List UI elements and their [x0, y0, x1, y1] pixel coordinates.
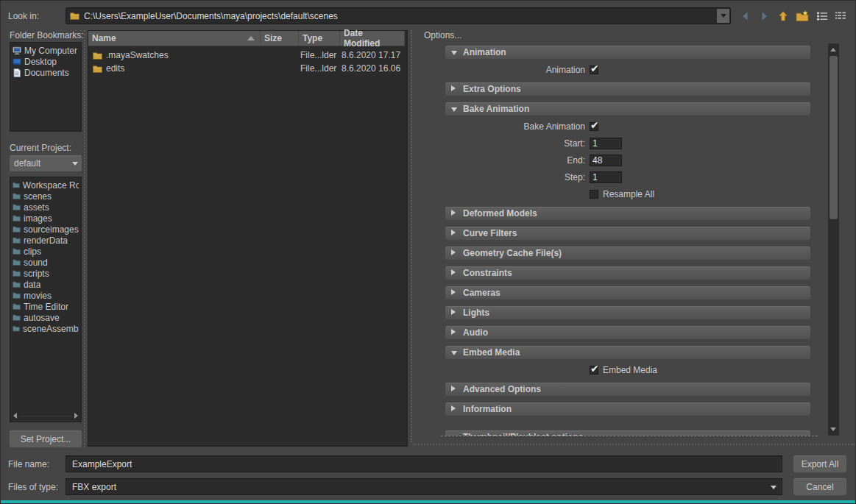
project-folder-item[interactable]: clips: [10, 246, 81, 257]
section-audio[interactable]: Audio: [445, 326, 810, 339]
bake-animation-checkbox[interactable]: [590, 122, 598, 131]
details-view-icon[interactable]: [832, 9, 849, 24]
column-header-type[interactable]: Type: [299, 31, 340, 46]
file-list-panel: Name Size Type Date Modified .mayaSwatch…: [88, 30, 408, 447]
up-one-level-icon[interactable]: [775, 9, 791, 24]
project-folder-item[interactable]: scenes: [10, 191, 81, 202]
scroll-down-icon[interactable]: [830, 427, 836, 431]
section-geometry-cache[interactable]: Geometry Cache File(s): [445, 246, 810, 260]
bookmark-label: My Computer: [24, 46, 77, 56]
section-thumbnail-playblast[interactable]: Thumbnail/Playblast options: [445, 430, 810, 436]
project-folder-item[interactable]: scripts: [10, 268, 81, 279]
animation-checkbox[interactable]: [590, 65, 598, 74]
folder-icon: [70, 12, 79, 20]
set-project-button[interactable]: Set Project...: [10, 430, 82, 447]
export-all-button[interactable]: Export All: [793, 455, 846, 472]
project-folder-item[interactable]: Workspace Roo: [10, 180, 81, 191]
column-header-size[interactable]: Size: [261, 31, 299, 46]
column-header-name[interactable]: Name: [88, 31, 261, 46]
scrollbar-track[interactable]: [19, 416, 72, 416]
bookmark-label: Documents: [24, 68, 69, 78]
section-information[interactable]: Information: [445, 402, 810, 416]
list-view-icon[interactable]: [814, 9, 830, 24]
section-constraints[interactable]: Constraints: [445, 266, 810, 280]
section-title: Lights: [463, 308, 489, 318]
files-of-type-dropdown[interactable]: FBX export: [66, 478, 782, 495]
project-folder-item[interactable]: images: [10, 213, 81, 224]
start-option-row: Start:: [445, 138, 818, 149]
section-title: Extra Options: [463, 84, 521, 94]
resample-all-checkbox[interactable]: [590, 190, 598, 199]
desktop-icon: [13, 57, 21, 66]
section-title: Information: [463, 404, 512, 414]
sort-ascending-icon: [247, 36, 255, 40]
section-curve-filters[interactable]: Curve Filters: [445, 227, 810, 240]
scroll-right-icon[interactable]: [74, 413, 78, 419]
path-combobox[interactable]: C:\Users\ExampleUser\Documents\maya\proj…: [66, 7, 731, 24]
section-title: Animation: [463, 47, 506, 57]
bookmark-documents[interactable]: Documents: [10, 67, 81, 78]
project-folder-item[interactable]: autosave: [10, 312, 81, 323]
section-lights[interactable]: Lights: [445, 306, 810, 319]
bookmark-label: Desktop: [24, 57, 57, 67]
new-folder-icon[interactable]: [794, 9, 810, 24]
bake-animation-checkbox-label: Bake Animation: [445, 121, 590, 132]
project-folder-item[interactable]: data: [10, 279, 81, 290]
files-of-type-value: FBX export: [72, 482, 116, 492]
scrollbar-handle[interactable]: [830, 56, 838, 219]
vertical-scrollbar[interactable]: [828, 43, 839, 436]
export-all-dialog: Look in: C:\Users\ExampleUser\Documents\…: [0, 0, 856, 504]
vertical-splitter[interactable]: [411, 30, 412, 442]
section-bake-animation[interactable]: Bake Animation: [445, 102, 810, 116]
section-title: Bake Animation: [463, 104, 529, 114]
current-project-dropdown[interactable]: default: [10, 155, 82, 171]
scroll-left-icon[interactable]: [13, 413, 17, 419]
end-label: End:: [445, 155, 590, 166]
section-title: Thumbnail/Playblast options: [463, 432, 583, 436]
section-title: Geometry Cache File(s): [463, 248, 562, 258]
step-field[interactable]: [590, 171, 622, 183]
embed-media-checkbox[interactable]: [590, 366, 598, 375]
current-project-value: default: [14, 158, 40, 168]
cancel-button[interactable]: Cancel: [793, 478, 846, 495]
horizontal-splitter[interactable]: [413, 444, 855, 445]
forward-icon[interactable]: [756, 9, 772, 24]
project-folder-item[interactable]: renderData: [10, 235, 81, 246]
section-cameras[interactable]: Cameras: [445, 286, 810, 299]
project-folder-item[interactable]: sourceimages: [10, 224, 81, 235]
project-folder-item[interactable]: assets: [10, 202, 81, 213]
file-row[interactable]: .mayaSwatches File...lder 8.6.2020 17.17: [88, 49, 407, 62]
file-name-input[interactable]: [66, 455, 782, 472]
start-field[interactable]: [590, 138, 622, 149]
path-dropdown-arrow[interactable]: [717, 9, 729, 23]
horizontal-scrollbar[interactable]: [12, 411, 79, 420]
section-extra-options[interactable]: Extra Options: [445, 82, 810, 96]
project-folder-item[interactable]: sceneAssembly: [10, 323, 81, 334]
section-animation[interactable]: Animation: [445, 46, 810, 59]
scroll-up-icon[interactable]: [830, 48, 836, 52]
folder-icon: [13, 193, 21, 199]
folder-icon: [13, 182, 20, 188]
section-title: Cameras: [463, 288, 500, 298]
embed-media-option-row: Embed Media: [445, 364, 818, 376]
chevron-right-icon: [451, 210, 456, 216]
project-folder-item[interactable]: Time Editor: [10, 301, 81, 312]
current-project-label: Current Project:: [10, 143, 71, 153]
back-icon[interactable]: [737, 9, 754, 24]
folder-icon: [13, 259, 21, 266]
bookmark-desktop[interactable]: Desktop: [10, 56, 81, 67]
vertical-splitter[interactable]: [84, 30, 85, 447]
end-field[interactable]: [590, 155, 622, 166]
animation-option-row: Animation: [445, 64, 818, 76]
section-embed-media[interactable]: Embed Media: [445, 346, 810, 359]
section-advanced-options[interactable]: Advanced Options: [445, 383, 810, 396]
chevron-down-icon: [72, 162, 78, 166]
column-header-date-modified[interactable]: Date Modified: [340, 31, 405, 46]
project-folder-item[interactable]: movies: [10, 290, 81, 301]
bookmark-my-computer[interactable]: My Computer: [10, 45, 81, 56]
project-folder-item[interactable]: sound: [10, 257, 81, 268]
file-row[interactable]: edits File...lder 8.6.2020 16.06: [88, 62, 407, 75]
section-title: Deformed Models: [463, 208, 537, 219]
section-deformed-models[interactable]: Deformed Models: [445, 207, 810, 220]
chevron-down-icon: [451, 107, 457, 112]
